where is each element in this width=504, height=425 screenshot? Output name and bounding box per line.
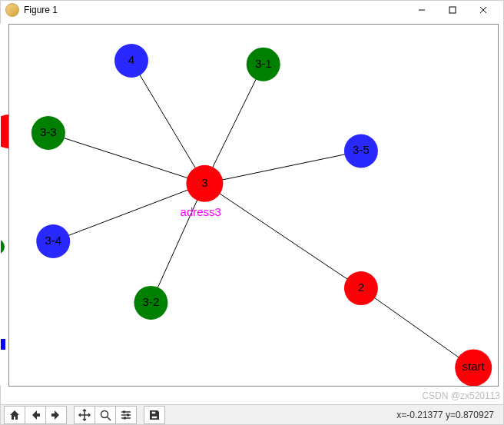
edge xyxy=(131,61,204,184)
svg-rect-9 xyxy=(123,410,125,413)
edge xyxy=(361,288,473,367)
zoom-button[interactable] xyxy=(94,406,116,424)
maximize-button[interactable] xyxy=(437,1,468,19)
svg-rect-15 xyxy=(151,416,158,419)
node-3-5[interactable] xyxy=(344,134,378,168)
coordinate-readout: x=-0.21377 y=0.870927 xyxy=(396,410,500,420)
app-icon xyxy=(5,3,19,17)
edge xyxy=(204,151,361,184)
title-bar: Figure 1 xyxy=(1,1,503,19)
minimize-button[interactable] xyxy=(406,1,437,19)
configure-button[interactable] xyxy=(115,406,137,424)
truncated-blue-mark xyxy=(0,339,5,350)
svg-rect-11 xyxy=(127,413,129,416)
window-title: Figure 1 xyxy=(24,5,58,15)
pan-button[interactable] xyxy=(74,406,95,424)
forward-button[interactable] xyxy=(45,406,67,424)
edge xyxy=(151,184,204,303)
edge xyxy=(204,184,361,288)
node-3-3[interactable] xyxy=(32,116,65,150)
network-graph: start2343-13-23-33-43-5 adress3 xyxy=(9,25,498,386)
footer-toolbar: x=-0.21377 y=0.870927 xyxy=(1,404,503,424)
edge xyxy=(48,133,205,184)
left-overflow-strip xyxy=(1,24,8,385)
app-window: Figure 1 start2343-13-23-33-43-5 adress3… xyxy=(0,0,504,425)
node-3-4[interactable] xyxy=(36,224,70,258)
node-2[interactable] xyxy=(344,271,378,305)
back-button[interactable] xyxy=(25,406,46,424)
annotation-label: adress3 xyxy=(181,205,221,218)
svg-line-7 xyxy=(108,417,111,420)
svg-rect-1 xyxy=(449,7,456,13)
svg-rect-14 xyxy=(151,411,156,414)
watermark: CSDN @zx520113 xyxy=(422,390,500,401)
node-4[interactable] xyxy=(114,44,148,78)
node-3[interactable] xyxy=(186,165,223,202)
svg-point-6 xyxy=(101,410,108,417)
plot-area[interactable]: start2343-13-23-33-43-5 adress3 xyxy=(8,24,499,387)
svg-rect-13 xyxy=(124,417,126,419)
node-start[interactable] xyxy=(455,350,492,387)
edge xyxy=(204,65,263,184)
node-3-1[interactable] xyxy=(247,48,280,81)
close-button[interactable] xyxy=(468,1,499,19)
home-button[interactable] xyxy=(4,406,25,424)
node-3-2[interactable] xyxy=(134,286,167,320)
toolbar xyxy=(4,406,164,424)
save-button[interactable] xyxy=(144,406,165,424)
